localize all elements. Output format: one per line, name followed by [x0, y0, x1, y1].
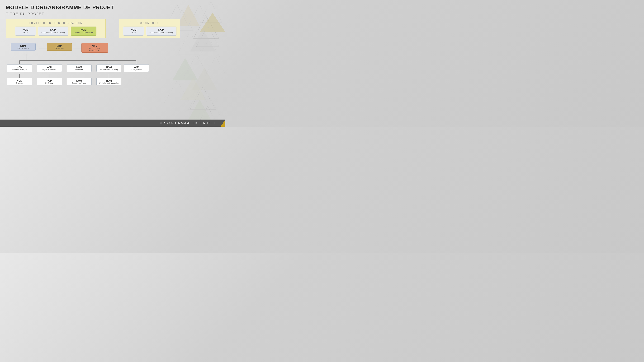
node-role: Copier le prospect: [39, 68, 60, 70]
comite-title: COMITÉ DE RESTRUCTURATION: [9, 21, 102, 24]
node-role: Stratège créatif: [126, 68, 147, 70]
node-role: Chef de projet: [13, 47, 34, 49]
node-role: Promoteur: [68, 68, 90, 70]
member-name: NOM: [74, 28, 94, 31]
org-chart: NOM Chef de projet NOM Production NOM Si…: [6, 41, 167, 96]
node-name: NOM: [126, 66, 147, 68]
node-role: Graphiste: [9, 82, 30, 84]
node-role: Support technique: [68, 82, 90, 84]
node-name: NOM: [98, 79, 120, 82]
footer: ORGANIGRAMME DU PROJET: [0, 119, 226, 127]
level3-node-1: NOM Rédacteur: [37, 78, 62, 85]
member-role: PDG: [18, 31, 33, 34]
member-role: PDG: [126, 31, 141, 34]
node-role: Directeur artistique: [9, 68, 30, 70]
sponsor-member-0: NOM PDG: [123, 26, 144, 35]
member-name: NOM: [41, 28, 65, 31]
sponsor-member-1: NOM Vice-président du marketing: [146, 26, 176, 35]
node-role: Responsable marketing: [98, 68, 120, 70]
member-role: Vice-président du marketing: [149, 31, 173, 34]
footer-accent: [220, 119, 226, 127]
member-role: Chef de la comptabilité: [74, 31, 94, 34]
member-name: NOM: [18, 28, 33, 31]
level2-node-4: NOM Stratège créatif: [124, 64, 149, 72]
svg-marker-16: [196, 96, 222, 119]
member-name: NOM: [149, 28, 173, 31]
node-name: NOM: [49, 44, 70, 47]
sponsors-title: SPONSORS: [122, 21, 177, 24]
node-name: NOM: [13, 44, 34, 47]
node-name: NOM: [68, 66, 90, 68]
level3-node-2: NOM Support technique: [67, 78, 92, 85]
node-role: Opérations de marketing: [98, 82, 120, 84]
node-name: NOM: [84, 44, 106, 47]
subtitle: TITRE DU PROJET: [6, 12, 220, 16]
node-name: NOM: [9, 66, 30, 68]
member-name: NOM: [126, 28, 141, 31]
node-name: NOM: [68, 79, 90, 82]
level2-node-2: NOM Promoteur: [67, 64, 92, 72]
level2-node-1: NOM Copier le prospect: [37, 64, 62, 72]
sponsors-box: SPONSORS NOM PDG NOM Vice-président du m…: [119, 19, 180, 38]
node-role: Production: [49, 47, 70, 49]
member-role: Vice-président du marketing: [41, 31, 65, 34]
comite-member-2: NOM Chef de la comptabilité: [71, 26, 96, 35]
footer-title: ORGANIGRAMME DU PROJET: [160, 121, 216, 125]
svg-marker-15: [187, 100, 212, 122]
node-name: NOM: [39, 66, 60, 68]
level3-node-3: NOM Opérations de marketing: [96, 78, 122, 85]
node-name: NOM: [98, 66, 120, 68]
level1-node-1: NOM Production: [47, 43, 72, 51]
node-name: NOM: [39, 79, 60, 82]
level3-node-0: NOM Graphiste: [7, 78, 32, 85]
level2-node-0: NOM Directeur artistique: [7, 64, 32, 72]
node-role: Rédacteur: [39, 82, 60, 84]
main-title: MODÈLE D'ORGANIGRAMME DE PROJET: [6, 4, 220, 10]
node-role: Site / Opérations commerciales: [84, 47, 106, 51]
level1-node-2: NOM Site / Opérations commerciales: [82, 43, 108, 53]
level1-node-0: NOM Chef de projet: [11, 43, 36, 51]
comite-member-0: NOM PDG: [15, 26, 36, 35]
node-name: NOM: [9, 79, 30, 82]
comite-member-1: NOM Vice-président du marketing: [38, 26, 68, 35]
comite-box: COMITÉ DE RESTRUCTURATION NOM PDG NOM Vi…: [6, 19, 106, 38]
level2-node-3: NOM Responsable marketing: [96, 64, 122, 72]
